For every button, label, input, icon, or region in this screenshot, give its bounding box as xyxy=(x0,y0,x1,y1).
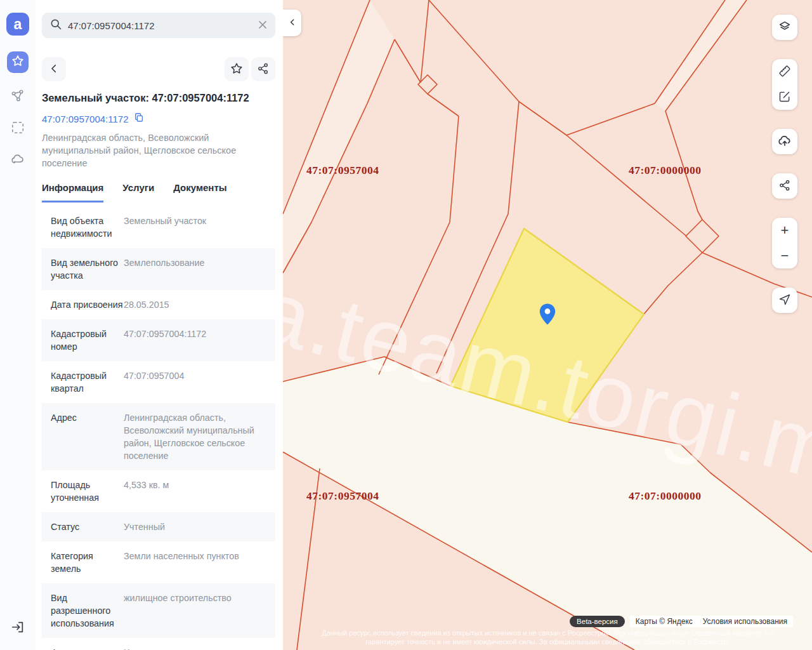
map-share-button[interactable] xyxy=(772,173,797,199)
table-row: Вид объекта недвижимости Земельный участ… xyxy=(42,206,275,248)
edit-icon xyxy=(778,90,791,105)
row-value: 4,533 кв. м xyxy=(124,479,266,504)
tabs: Информация Услуги Документы xyxy=(42,182,275,202)
info-table: Вид объекта недвижимости Земельный участ… xyxy=(42,206,275,650)
sign-in-icon xyxy=(11,620,25,637)
select-area-icon xyxy=(11,121,25,137)
row-value: Ленинградская область, Всеволожский муни… xyxy=(124,411,266,462)
table-row: Адрес Ленинградская область, Всеволожски… xyxy=(42,403,275,470)
layers-icon xyxy=(778,20,792,36)
row-value: 47:07:0957004 xyxy=(124,369,266,395)
sidebar-item-layers-graph[interactable] xyxy=(10,90,25,105)
row-value: Частная xyxy=(124,646,266,650)
row-value: Землепользование xyxy=(124,256,266,282)
tab-services[interactable]: Услуги xyxy=(122,182,154,202)
table-row: Площадь уточненная 4,533 кв. м xyxy=(42,470,275,512)
table-row: Кадастровый квартал 47:07:0957004 xyxy=(42,361,275,403)
collapse-panel-button[interactable] xyxy=(283,10,301,36)
share-nodes-icon xyxy=(778,179,791,194)
copy-icon[interactable] xyxy=(134,112,144,125)
row-label: Площадь уточненная xyxy=(51,479,124,504)
measure-edit-group xyxy=(772,59,797,110)
graph-nodes-icon xyxy=(11,89,25,105)
row-value: Земли населенных пунктов xyxy=(124,550,266,575)
row-value: Земельный участок xyxy=(124,215,266,240)
quarter-label: 47:07:0000000 xyxy=(629,489,724,503)
beta-badge: Beta-версия xyxy=(570,616,625,627)
share-nodes-icon xyxy=(257,62,270,77)
cadastral-number-link[interactable]: 47:07:0957004:1172 xyxy=(42,114,129,124)
measure-button[interactable] xyxy=(772,59,797,84)
table-row: Статус Учтенный xyxy=(42,512,275,541)
star-icon xyxy=(230,62,244,77)
close-icon xyxy=(258,20,268,32)
plus-icon: + xyxy=(781,223,789,237)
table-row: Вид разрешенного использования жилищное … xyxy=(42,583,275,638)
back-button[interactable] xyxy=(42,57,66,81)
row-label: Статус xyxy=(51,521,124,533)
cloud-upload-icon xyxy=(777,133,792,150)
star-icon xyxy=(11,54,25,70)
object-address: Ленинградская область, Всеволожский муни… xyxy=(42,131,275,169)
sidebar-item-favorites[interactable] xyxy=(7,51,29,73)
map-pin-icon[interactable] xyxy=(539,303,556,326)
row-label: Вид земельного участка xyxy=(51,256,124,282)
tab-documents[interactable]: Документы xyxy=(173,182,226,202)
zoom-out-button[interactable]: − xyxy=(772,243,797,269)
map-attribution: Beta-версия Карты © Яндекс Условия испол… xyxy=(570,616,793,627)
row-label: Кадастровый квартал xyxy=(51,369,124,395)
row-label: Вид разрешенного использования xyxy=(51,592,124,630)
layers-button[interactable] xyxy=(772,15,797,40)
sign-in-button[interactable] xyxy=(10,621,25,636)
row-value: жилищное строительство xyxy=(124,592,266,630)
favorite-button[interactable] xyxy=(225,57,249,81)
row-label: Вид объекта недвижимости xyxy=(51,215,124,240)
logo-letter: a xyxy=(14,16,22,33)
row-label: Кадастровый номер xyxy=(51,328,124,353)
page-title: Земельный участок: 47:07:0957004:1172 xyxy=(42,92,275,104)
table-row: Вид земельного участка Землепользование xyxy=(42,248,275,290)
object-header-toolbar xyxy=(42,57,275,81)
quarter-label: 47:07:0957004 xyxy=(306,489,402,503)
map-canvas[interactable]: a.team.torgi.me 47:07:0957004 47:07:0000… xyxy=(283,0,812,650)
chevron-left-icon xyxy=(288,18,297,29)
cloud-icon xyxy=(10,152,25,169)
table-row: Категория земель Земли населенных пункто… xyxy=(42,541,275,583)
share-button[interactable] xyxy=(251,57,275,81)
row-label: Адрес xyxy=(51,411,124,462)
quarter-label: 47:07:0957004 xyxy=(306,164,402,177)
ruler-icon xyxy=(778,65,791,79)
cadastral-number-row: 47:07:0957004:1172 xyxy=(42,112,275,125)
edit-button[interactable] xyxy=(772,84,797,110)
terms-of-use-link[interactable]: Условия использования xyxy=(703,617,787,626)
navigation-arrow-icon xyxy=(778,293,791,308)
sidebar-item-select-area[interactable] xyxy=(10,121,25,136)
locate-button[interactable] xyxy=(772,288,797,313)
row-label: Форма собственности xyxy=(51,646,124,650)
tab-information[interactable]: Информация xyxy=(42,182,103,202)
map-controls: + − xyxy=(772,15,797,313)
zoom-in-button[interactable]: + xyxy=(772,218,797,243)
chevron-left-icon xyxy=(48,63,60,76)
clear-search-button[interactable] xyxy=(258,20,268,32)
quarter-label: 47:07:0000000 xyxy=(629,164,724,177)
row-label: Дата присвоения xyxy=(51,298,124,311)
row-value: Учтенный xyxy=(124,521,266,533)
upload-button[interactable] xyxy=(772,129,797,154)
info-panel: Земельный участок: 47:07:0957004:1172 47… xyxy=(36,0,283,650)
row-value: 47:07:0957004:1172 xyxy=(124,328,266,353)
search-bar xyxy=(42,13,275,38)
sidebar-item-cloud[interactable] xyxy=(10,153,25,168)
minus-icon: − xyxy=(781,249,789,263)
zoom-controls: + − xyxy=(772,218,797,269)
table-row: Дата присвоения 28.05.2015 xyxy=(42,290,275,319)
search-icon xyxy=(49,18,62,33)
table-row: Кадастровый номер 47:07:0957004:1172 xyxy=(42,319,275,361)
yandex-maps-link[interactable]: Карты © Яндекс xyxy=(636,617,693,626)
row-label: Категория земель xyxy=(51,550,124,575)
row-value: 28.05.2015 xyxy=(124,298,266,311)
search-input[interactable] xyxy=(68,20,252,31)
app-window: a xyxy=(0,0,812,650)
nav-rail: a xyxy=(0,0,36,650)
app-logo[interactable]: a xyxy=(6,13,29,36)
